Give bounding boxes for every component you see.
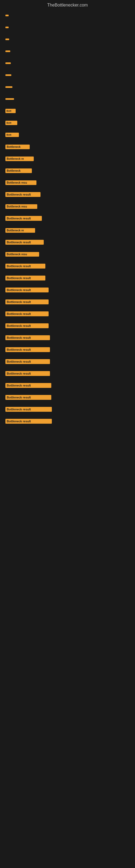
- bar-label: [5, 38, 9, 40]
- bar-label: Bottleneck result: [5, 264, 45, 269]
- bar-label: [5, 74, 11, 76]
- bar-label: Bottleneck result: [5, 383, 51, 388]
- bar-row: [5, 48, 130, 55]
- bar-row: [5, 12, 130, 19]
- bar-row: Bottleneck resu: [5, 203, 130, 210]
- bar-label: [5, 62, 11, 64]
- bar-row: Bottleneck: [5, 143, 130, 151]
- bar-row: Bott: [5, 119, 130, 127]
- bar-label: [5, 98, 14, 100]
- bar-label: Bottleneck result: [5, 240, 44, 245]
- bar-label: Bottleneck: [5, 145, 30, 149]
- bar-row: Bottleneck result: [5, 191, 130, 198]
- bar-label: Bottleneck result: [5, 311, 49, 316]
- bar-label: Bottleneck resu: [5, 252, 39, 257]
- bar-row: Bottleneck result: [5, 358, 130, 365]
- bar-row: Bottleneck result: [5, 310, 130, 318]
- bar-row: [5, 95, 130, 103]
- bar-row: Bottleneck re: [5, 155, 130, 162]
- bar-row: Bottleneck result: [5, 405, 130, 413]
- bar-label: Bottleneck: [5, 168, 32, 173]
- bar-row: Bottleneck result: [5, 394, 130, 401]
- bar-label: Bottleneck result: [5, 323, 49, 328]
- chart-area: Bott Bott Bott Bottleneck Bottleneck re …: [0, 9, 135, 429]
- bar-row: Bottleneck resu: [5, 179, 130, 186]
- bar-row: Bottleneck: [5, 167, 130, 175]
- bar-label: Bott: [5, 133, 19, 137]
- bar-row: [5, 35, 130, 43]
- bar-label: Bottleneck result: [5, 276, 45, 280]
- bar-label: Bottleneck re: [5, 156, 34, 161]
- bar-label: Bottleneck result: [5, 287, 49, 292]
- bar-label: Bottleneck result: [5, 300, 49, 304]
- bar-label: Bottleneck resu: [5, 180, 37, 185]
- bar-label: Bottleneck result: [5, 371, 50, 376]
- bar-row: Bottleneck result: [5, 274, 130, 282]
- bar-label: Bottleneck result: [5, 407, 52, 412]
- site-title: TheBottlenecker.com: [0, 0, 135, 9]
- bar-row: Bott: [5, 107, 130, 115]
- bar-row: Bottleneck result: [5, 262, 130, 270]
- bar-label: Bottleneck result: [5, 359, 50, 364]
- bar-label: Bottleneck result: [5, 192, 41, 197]
- bar-label: Bottleneck result: [5, 395, 51, 400]
- bar-row: Bottleneck resu: [5, 250, 130, 258]
- bar-row: [5, 24, 130, 31]
- bar-label: Bottleneck re: [5, 228, 35, 233]
- bar-row: Bottleneck re: [5, 226, 130, 234]
- bar-label: Bottleneck result: [5, 335, 50, 340]
- bar-label: Bott: [5, 121, 17, 125]
- bar-row: Bottleneck result: [5, 346, 130, 353]
- bar-row: Bottleneck result: [5, 334, 130, 341]
- bar-label: Bottleneck result: [5, 216, 42, 221]
- bar-label: [5, 27, 9, 28]
- bar-label: Bottleneck result: [5, 347, 50, 352]
- bar-row: Bottleneck result: [5, 286, 130, 294]
- bar-label: Bott: [5, 109, 16, 113]
- bar-row: [5, 71, 130, 79]
- bar-label: [5, 14, 9, 16]
- bar-label: Bottleneck resu: [5, 204, 37, 209]
- bar-row: Bottleneck result: [5, 370, 130, 377]
- bar-row: Bottleneck result: [5, 417, 130, 425]
- bar-row: Bott: [5, 131, 130, 138]
- bar-row: Bottleneck result: [5, 322, 130, 330]
- bar-label: [5, 86, 12, 88]
- bar-row: Bottleneck result: [5, 215, 130, 222]
- bar-row: Bottleneck result: [5, 382, 130, 389]
- bar-row: [5, 59, 130, 67]
- bar-label: Bottleneck result: [5, 419, 52, 424]
- site-header: TheBottlenecker.com: [0, 0, 135, 9]
- bar-row: Bottleneck result: [5, 298, 130, 306]
- bar-row: [5, 83, 130, 91]
- bar-row: Bottleneck result: [5, 239, 130, 246]
- bar-label: [5, 51, 10, 52]
